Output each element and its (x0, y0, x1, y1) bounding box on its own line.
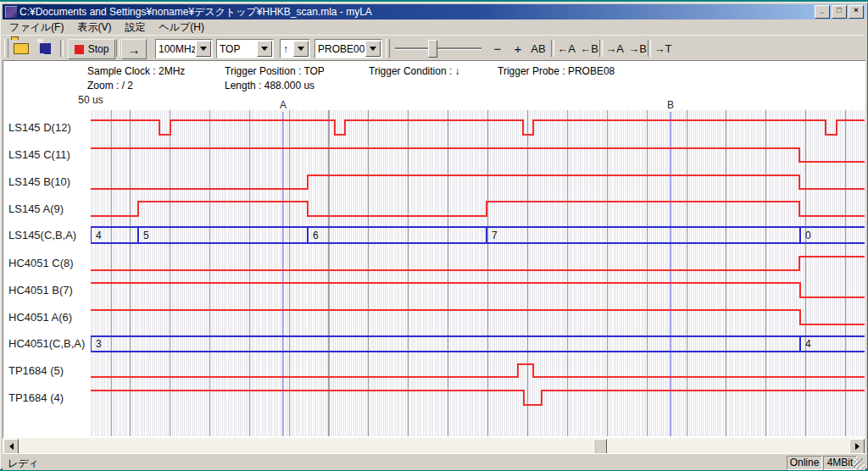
maximize-button[interactable]: □ (832, 5, 847, 19)
run-button[interactable]: → (121, 39, 147, 59)
scrollbar-thumb[interactable] (593, 439, 607, 454)
bus-value: 4 (805, 338, 811, 350)
status-bar: レディ Online 4MBit (3, 453, 865, 470)
signal-trace (91, 175, 865, 189)
trigger-probe-value: PROBE00 (315, 43, 364, 55)
arrow-left-icon (6, 443, 14, 450)
minimize-button[interactable]: _ (815, 5, 830, 19)
trigger-edge-value: ↑ (281, 43, 292, 55)
signal-trace (91, 202, 865, 216)
channel-label: TP1684 (4) (8, 391, 64, 404)
waveform-plot[interactable]: 4567034 (91, 110, 865, 436)
combo-dropdown-button[interactable] (196, 41, 211, 57)
channel-label: HC4051(C,B,A) (8, 337, 85, 350)
bus-value: 7 (492, 230, 498, 241)
channel-label: TP1684 (5) (8, 364, 64, 377)
trigger-condition-text: Trigger Condition : ↓ (369, 65, 460, 77)
sample-clock-text: Sample Clock : 2MHz (87, 65, 185, 77)
trigger-position-text: Trigger Position : TOP (225, 65, 325, 77)
goto-marker-b-back-button[interactable]: ←B (578, 39, 600, 58)
menu-view[interactable]: 表示(V) (70, 19, 118, 36)
time-scale-label: 50 us (67, 94, 114, 106)
run-arrow-icon: → (128, 42, 141, 57)
toolbar-separator (648, 40, 651, 57)
channel-label: HC4051 B(7) (8, 284, 73, 296)
close-button[interactable]: × (849, 5, 864, 19)
chevron-down-icon (298, 47, 304, 54)
menu-bar: ファイル(F) 表示(V) 設定 ヘルプ(H) (3, 20, 865, 35)
bus-trace (91, 227, 865, 243)
marker-b-label: B (665, 99, 676, 111)
bus-value: 6 (313, 230, 319, 241)
zoom-slider[interactable] (395, 39, 481, 58)
signal-trace (91, 310, 865, 324)
signal-trace (91, 283, 865, 297)
window-buttons: _ □ × (815, 5, 864, 19)
scroll-right-button[interactable] (849, 439, 865, 454)
waveform-svg: 4567034 (91, 110, 865, 436)
signal-trace (91, 120, 865, 135)
trigger-edge-combo[interactable]: ↑ (280, 39, 310, 58)
toolbar-separator (60, 40, 64, 57)
menu-file[interactable]: ファイル(F) (3, 19, 70, 36)
zoom-slider-track (395, 47, 481, 50)
desktop: { "window": { "title": "C:¥Documents and… (0, 0, 868, 471)
bus-value: 5 (143, 230, 149, 241)
memory-size-badge: 4MBit (823, 456, 857, 470)
toolbar-grip (4, 39, 8, 58)
window-title: C:¥Documents and Settings¥noname¥デスクトップ¥… (19, 5, 815, 19)
channel-label: HC4051 C(8) (8, 257, 74, 269)
sample-rate-combo[interactable]: 100MHz (155, 39, 213, 58)
bus-trace (91, 336, 865, 352)
horizontal-scrollbar[interactable] (3, 438, 865, 453)
sample-rate-value: 100MHz (156, 43, 195, 55)
combo-dropdown-button[interactable] (257, 41, 272, 57)
goto-marker-a-back-button[interactable]: ←A (555, 39, 577, 58)
waveform-client-area: Sample Clock : 2MHz Trigger Position : T… (3, 60, 865, 438)
zoom-out-button[interactable]: − (490, 39, 505, 58)
status-ready-text: レディ (8, 457, 39, 471)
toolbar-grip (386, 39, 390, 58)
channel-label: LS145 B(10) (8, 175, 70, 188)
zoom-slider-handle[interactable] (428, 40, 437, 58)
chevron-down-icon (200, 47, 207, 54)
signal-trace (91, 364, 865, 377)
bus-value: 4 (96, 230, 102, 241)
goto-marker-a-button[interactable]: →A (604, 39, 626, 58)
record-length-text: Length : 488.000 us (225, 80, 314, 91)
app-window: C:¥Documents and Settings¥noname¥デスクトップ¥… (0, 2, 868, 469)
goto-marker-b-button[interactable]: →B (626, 39, 648, 58)
trigger-position-combo[interactable]: TOP (216, 39, 274, 58)
signal-trace (91, 391, 865, 405)
menu-help[interactable]: ヘルプ(H) (152, 19, 211, 36)
signal-trace (91, 148, 865, 162)
stop-square-icon (75, 45, 84, 54)
title-bar: C:¥Documents and Settings¥noname¥デスクトップ¥… (3, 4, 865, 19)
ab-button[interactable]: AB (528, 39, 548, 58)
open-file-button[interactable] (11, 39, 31, 58)
toolbar-separator (116, 40, 120, 57)
stop-label: Stop (88, 43, 109, 55)
bus-value: 3 (96, 338, 102, 350)
trigger-probe-combo[interactable]: PROBE00 (314, 39, 382, 58)
toolbar: Stop → 100MHz TOP ↑ PROBE00 − + AB (3, 35, 865, 62)
channel-label: HC4051 A(6) (8, 311, 72, 324)
save-floppy-icon (40, 43, 51, 54)
zoom-in-button[interactable]: + (510, 39, 526, 58)
open-folder-icon (14, 43, 29, 54)
menu-settings[interactable]: 設定 (118, 19, 152, 36)
marker-a-label: A (277, 99, 289, 111)
scroll-left-button[interactable] (3, 439, 19, 454)
save-file-button[interactable] (35, 39, 55, 58)
toolbar-separator (599, 40, 603, 57)
online-status-badge: Online (787, 456, 822, 470)
zoom-factor-text: Zoom : / 2 (87, 80, 133, 91)
goto-trigger-button[interactable]: →T (652, 39, 674, 58)
channel-label: LS145 C(11) (8, 148, 70, 161)
combo-dropdown-button[interactable] (293, 41, 309, 57)
combo-dropdown-button[interactable] (365, 41, 381, 57)
stop-button[interactable]: Stop (68, 39, 115, 59)
resize-grip[interactable] (854, 458, 865, 469)
trigger-probe-text: Trigger Probe : PROBE08 (498, 65, 615, 77)
channel-label: LS145 D(12) (8, 121, 71, 134)
